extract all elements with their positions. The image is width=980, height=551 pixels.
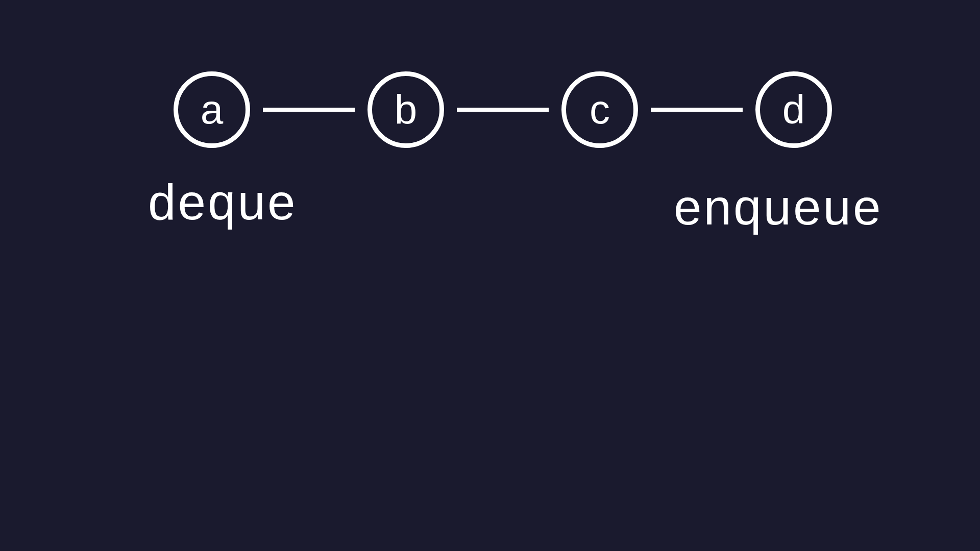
node-label: b <box>395 86 418 133</box>
node-a: a <box>174 71 250 148</box>
node-label: d <box>782 86 805 133</box>
node-label: a <box>201 86 224 133</box>
deque-label: deque <box>148 173 298 231</box>
node-d: d <box>755 71 832 148</box>
edge-c-d <box>651 108 743 112</box>
queue-diagram: a b c d <box>174 71 832 148</box>
node-label: c <box>590 86 610 133</box>
enqueue-label: enqueue <box>674 179 883 236</box>
node-b: b <box>368 71 444 148</box>
edge-a-b <box>263 108 355 112</box>
edge-b-c <box>457 108 549 112</box>
node-c: c <box>561 71 638 148</box>
